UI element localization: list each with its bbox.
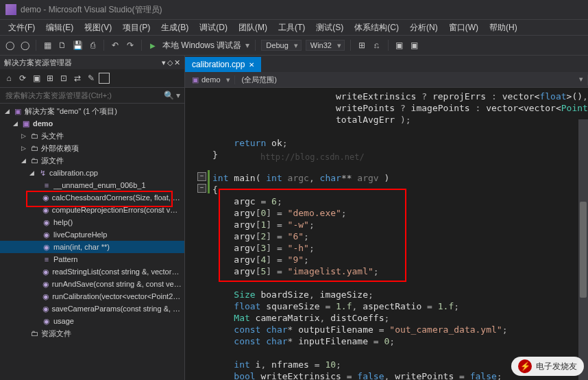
code-area[interactable]: − − writeExtrinsics ? reprojErrs : vecto… bbox=[185, 88, 588, 380]
menu-team[interactable]: 团队(M) bbox=[233, 20, 273, 35]
search-dropdown-icon[interactable]: 🔍 ▾ bbox=[164, 91, 180, 100]
tree-func[interactable]: ◉computeReprojectionErrors(const vector<… bbox=[0, 204, 184, 216]
nav-back-icon[interactable]: ◯ bbox=[4, 40, 15, 51]
crumb-scope[interactable]: (全局范围) bbox=[235, 75, 588, 85]
new-project-icon[interactable]: ▦ bbox=[42, 40, 53, 51]
vs-logo-icon bbox=[5, 4, 16, 15]
toggle-icon[interactable]: ▣ bbox=[30, 72, 42, 84]
panel-title: 解决方案资源管理器 bbox=[4, 58, 72, 68]
toolbar-extra-icon[interactable]: ⎌ bbox=[371, 40, 382, 51]
tree-func-main[interactable]: ◉main(int, char **) bbox=[0, 241, 184, 253]
menu-project[interactable]: 项目(P) bbox=[117, 20, 156, 35]
tree-folder-headers[interactable]: ▷🗀 头文件 bbox=[0, 130, 184, 142]
tree-project[interactable]: ◢▣ demo bbox=[0, 117, 184, 130]
menu-test[interactable]: 测试(S) bbox=[310, 20, 349, 35]
tree-folder-external[interactable]: ▷🗀 外部依赖项 bbox=[0, 142, 184, 154]
brand-icon: ⚡ bbox=[518, 359, 532, 373]
tree-func[interactable]: ◉runCalibration(vector<vector<Point2f>>,… bbox=[0, 290, 184, 302]
search-row: 🔍 ▾ bbox=[0, 88, 184, 104]
main-toolbar: ◯ ◯ ▦ 🗋 💾 ⎙ ↶ ↷ ▶ 本地 Windows 调试器 ▾ Debug… bbox=[0, 36, 588, 56]
separator bbox=[103, 40, 104, 51]
edit-icon[interactable] bbox=[99, 73, 110, 84]
breadcrumb: demo (全局范围) bbox=[185, 72, 588, 88]
properties-icon[interactable]: ⊡ bbox=[58, 72, 70, 84]
menu-debug[interactable]: 调试(D) bbox=[194, 20, 233, 35]
menu-view[interactable]: 视图(V) bbox=[79, 20, 117, 35]
scrollbar-thumb[interactable] bbox=[580, 202, 587, 298]
close-icon[interactable]: ✕ bbox=[249, 61, 254, 69]
menu-build[interactable]: 生成(B) bbox=[156, 20, 194, 35]
folder-label: 头文件 bbox=[41, 131, 64, 141]
tab-label: calibration.cpp bbox=[192, 60, 245, 69]
show-all-icon[interactable]: ⊞ bbox=[44, 72, 56, 84]
separator bbox=[36, 40, 36, 51]
file-label: calibration.cpp bbox=[49, 169, 98, 177]
tree-func[interactable]: ◉usage bbox=[0, 315, 184, 327]
tree-func[interactable]: ≡Pattern bbox=[0, 253, 184, 265]
expand-icon[interactable]: ⇄ bbox=[71, 72, 84, 84]
menu-help[interactable]: 帮助(H) bbox=[484, 20, 523, 35]
folder-label: 资源文件 bbox=[41, 329, 71, 339]
collapse-icon[interactable]: ✎ bbox=[85, 72, 97, 84]
dropdown-icon[interactable]: ◇ bbox=[167, 58, 173, 67]
tree-file-calibration[interactable]: ◢↯ calibration.cpp bbox=[0, 167, 184, 179]
separator bbox=[141, 40, 142, 51]
brand-text: 电子发烧友 bbox=[536, 361, 577, 372]
tree-func[interactable]: ◉saveCameraParams(const string &, Size, … bbox=[0, 302, 184, 315]
change-indicator bbox=[208, 170, 210, 193]
tree-func[interactable]: ◉help() bbox=[0, 216, 184, 228]
redo-icon[interactable]: ↷ bbox=[125, 40, 136, 51]
home-icon[interactable]: ⌂ bbox=[3, 72, 15, 84]
crumb-project[interactable]: demo bbox=[185, 75, 235, 84]
tree-solution[interactable]: ◢▣ 解决方案 "demo" (1 个项目) bbox=[0, 105, 184, 117]
tree-func[interactable]: ◉liveCaptureHelp bbox=[0, 228, 184, 241]
close-icon[interactable]: ✕ bbox=[174, 58, 180, 67]
tree-func[interactable]: ◉readStringList(const string &, vector<s… bbox=[0, 265, 184, 278]
solution-tree[interactable]: ◢▣ 解决方案 "demo" (1 个项目) ◢▣ demo ▷🗀 头文件 ▷🗀… bbox=[0, 104, 184, 380]
solution-explorer: 解决方案资源管理器 ▾ ◇ ✕ ⌂ ⟳ ▣ ⊞ ⊡ ⇄ ✎ 🔍 ▾ ◢▣ 解决方… bbox=[0, 56, 185, 380]
fold-toggle[interactable]: − bbox=[197, 172, 206, 181]
tree-func[interactable]: ◉calcChessboardCorners(Size, float, vect… bbox=[0, 191, 184, 204]
folder-label: 源文件 bbox=[41, 156, 64, 166]
menu-edit[interactable]: 编辑(E) bbox=[40, 20, 79, 35]
window-title: demo - Microsoft Visual Studio(管理员) bbox=[21, 4, 162, 16]
editor: calibration.cpp ✕ demo (全局范围) − − writeE… bbox=[185, 56, 588, 380]
tree-folder-resource[interactable]: 🗀 资源文件 bbox=[0, 327, 184, 340]
config-combo[interactable]: Debug bbox=[261, 40, 301, 51]
folder-label: 外部依赖项 bbox=[41, 143, 79, 154]
menu-analyze[interactable]: 分析(N) bbox=[404, 20, 443, 35]
tree-folder-source[interactable]: ◢🗀 源文件 bbox=[0, 154, 184, 167]
toolbar-extra-icon[interactable]: ⊞ bbox=[356, 40, 367, 51]
menu-tools[interactable]: 工具(T) bbox=[273, 20, 310, 35]
menu-window[interactable]: 窗口(W) bbox=[443, 20, 484, 35]
solution-label: 解决方案 "demo" (1 个项目) bbox=[25, 106, 117, 117]
brand-badge: ⚡ 电子发烧友 bbox=[511, 357, 584, 376]
tree-func[interactable]: ◉runAndSave(const string &, const vector… bbox=[0, 278, 184, 290]
tab-row: calibration.cpp ✕ bbox=[185, 56, 588, 72]
nav-fwd-icon[interactable]: ◯ bbox=[19, 40, 30, 51]
project-label: demo bbox=[33, 119, 53, 128]
save-icon[interactable]: 💾 bbox=[72, 40, 83, 51]
vertical-scrollbar[interactable] bbox=[578, 119, 588, 380]
toolbar-extra-icon[interactable]: ▣ bbox=[409, 40, 420, 51]
search-input[interactable] bbox=[4, 91, 164, 100]
platform-combo[interactable]: Win32 bbox=[306, 40, 345, 51]
play-icon[interactable]: ▶ bbox=[147, 40, 158, 51]
menu-file[interactable]: 文件(F) bbox=[3, 20, 40, 35]
pin-icon[interactable]: ▾ bbox=[162, 58, 166, 67]
titlebar: demo - Microsoft Visual Studio(管理员) bbox=[0, 0, 588, 20]
tree-func[interactable]: ≡__unnamed_enum_006b_1 bbox=[0, 179, 184, 191]
menu-architecture[interactable]: 体系结构(C) bbox=[349, 20, 404, 35]
undo-icon[interactable]: ↶ bbox=[110, 40, 121, 51]
open-file-icon[interactable]: 🗋 bbox=[57, 40, 68, 51]
toolbar-extra-icon[interactable]: ▣ bbox=[394, 40, 405, 51]
tab-calibration[interactable]: calibration.cpp ✕ bbox=[185, 57, 261, 72]
separator bbox=[255, 40, 256, 51]
fold-toggle[interactable]: − bbox=[197, 184, 206, 193]
separator bbox=[388, 40, 389, 51]
save-all-icon[interactable]: ⎙ bbox=[87, 40, 98, 51]
sync-icon[interactable]: ⟳ bbox=[16, 72, 29, 84]
start-debug-label[interactable]: 本地 Windows 调试器 bbox=[162, 40, 241, 51]
menubar: 文件(F) 编辑(E) 视图(V) 项目(P) 生成(B) 调试(D) 团队(M… bbox=[0, 20, 588, 36]
panel-header: 解决方案资源管理器 ▾ ◇ ✕ bbox=[0, 56, 184, 69]
